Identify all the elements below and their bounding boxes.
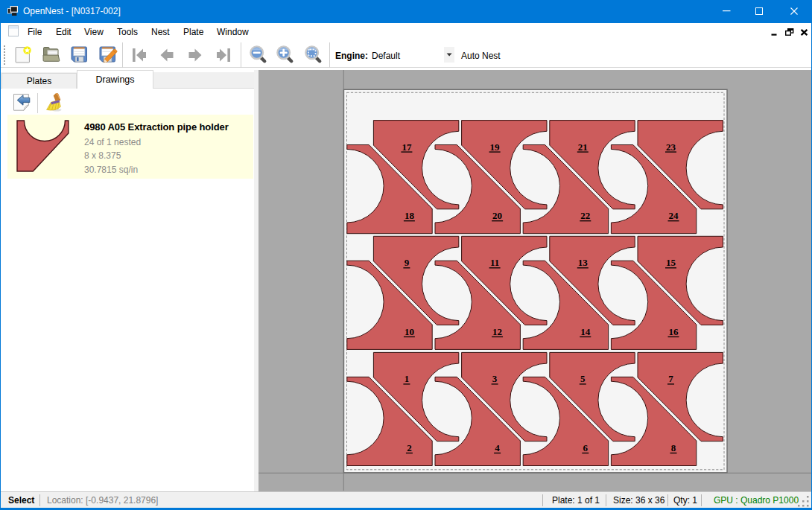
svg-text:18: 18 xyxy=(405,210,415,221)
svg-text:7: 7 xyxy=(668,373,673,384)
svg-text:12: 12 xyxy=(492,326,502,337)
svg-text:23: 23 xyxy=(666,141,676,153)
svg-text:19: 19 xyxy=(490,141,501,153)
svg-text:15: 15 xyxy=(666,257,676,268)
svg-text:16: 16 xyxy=(669,326,679,337)
svg-text:21: 21 xyxy=(578,141,588,153)
svg-text:9: 9 xyxy=(405,257,410,268)
svg-text:13: 13 xyxy=(578,257,589,268)
svg-text:14: 14 xyxy=(580,326,591,337)
svg-text:5: 5 xyxy=(580,373,586,384)
svg-text:17: 17 xyxy=(402,141,412,153)
svg-text:2: 2 xyxy=(407,442,412,453)
svg-text:11: 11 xyxy=(490,257,499,268)
svg-text:6: 6 xyxy=(583,442,589,453)
svg-text:24: 24 xyxy=(669,210,679,221)
svg-text:10: 10 xyxy=(405,326,414,337)
svg-text:22: 22 xyxy=(580,210,590,221)
svg-text:8: 8 xyxy=(671,442,676,453)
svg-text:20: 20 xyxy=(492,210,502,221)
svg-text:1: 1 xyxy=(405,373,410,384)
svg-text:4: 4 xyxy=(495,442,500,453)
svg-text:3: 3 xyxy=(492,373,498,384)
